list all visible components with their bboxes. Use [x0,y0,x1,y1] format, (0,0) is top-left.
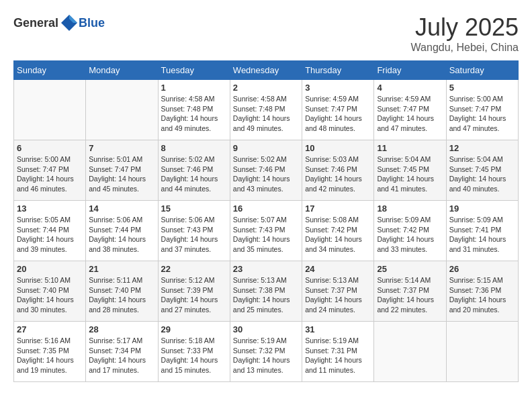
calendar-cell: 14Sunrise: 5:06 AMSunset: 7:44 PMDayligh… [86,201,158,261]
day-info: Sunrise: 5:18 AMSunset: 7:33 PMDaylight:… [161,336,227,375]
weekday-thursday: Thursday [302,61,374,80]
weekday-monday: Monday [86,61,158,80]
calendar-cell: 24Sunrise: 5:13 AMSunset: 7:37 PMDayligh… [302,261,374,322]
calendar-cell: 5Sunrise: 5:00 AMSunset: 7:47 PMDaylight… [446,80,518,140]
day-number: 4 [377,83,443,93]
calendar-cell: 28Sunrise: 5:17 AMSunset: 7:34 PMDayligh… [86,322,158,382]
title-block: July 2025 Wangdu, Hebei, China [411,13,519,54]
weekday-wednesday: Wednesday [230,61,302,80]
calendar-cell: 17Sunrise: 5:08 AMSunset: 7:42 PMDayligh… [302,201,374,261]
day-number: 12 [449,143,515,153]
day-info: Sunrise: 4:58 AMSunset: 7:48 PMDaylight:… [233,94,299,134]
day-number: 31 [305,324,371,334]
day-number: 9 [233,143,299,153]
calendar-cell: 6Sunrise: 5:00 AMSunset: 7:47 PMDaylight… [14,140,86,201]
day-info: Sunrise: 5:15 AMSunset: 7:36 PMDaylight:… [449,275,515,315]
day-info: Sunrise: 5:01 AMSunset: 7:47 PMDaylight:… [89,154,154,194]
calendar-cell: 18Sunrise: 5:09 AMSunset: 7:42 PMDayligh… [374,201,446,261]
calendar-cell: 20Sunrise: 5:10 AMSunset: 7:40 PMDayligh… [14,261,86,322]
day-info: Sunrise: 5:13 AMSunset: 7:38 PMDaylight:… [233,275,299,315]
logo: General Blue [13,13,105,32]
day-number: 2 [233,83,299,93]
day-number: 16 [233,203,299,214]
day-number: 5 [449,83,515,93]
day-number: 13 [17,203,83,214]
calendar-cell: 16Sunrise: 5:07 AMSunset: 7:43 PMDayligh… [230,201,302,261]
calendar-cell: 1Sunrise: 4:58 AMSunset: 7:48 PMDaylight… [158,80,230,140]
calendar-cell: 12Sunrise: 5:04 AMSunset: 7:45 PMDayligh… [446,140,518,201]
calendar-table: SundayMondayTuesdayWednesdayThursdayFrid… [13,60,519,382]
calendar-cell: 22Sunrise: 5:12 AMSunset: 7:39 PMDayligh… [158,261,230,322]
calendar-cell: 29Sunrise: 5:18 AMSunset: 7:33 PMDayligh… [158,322,230,382]
calendar-cell [14,80,86,140]
day-info: Sunrise: 5:09 AMSunset: 7:41 PMDaylight:… [449,215,515,255]
weekday-friday: Friday [374,61,446,80]
day-info: Sunrise: 5:12 AMSunset: 7:39 PMDaylight:… [161,275,227,315]
day-number: 30 [233,324,299,334]
day-number: 19 [449,203,515,214]
weekday-saturday: Saturday [446,61,518,80]
day-info: Sunrise: 5:10 AMSunset: 7:40 PMDaylight:… [17,275,83,315]
day-number: 22 [161,264,227,274]
day-number: 17 [305,203,371,214]
day-info: Sunrise: 5:11 AMSunset: 7:40 PMDaylight:… [89,275,154,315]
day-info: Sunrise: 5:00 AMSunset: 7:47 PMDaylight:… [17,154,83,194]
day-number: 1 [161,83,227,93]
day-number: 7 [89,143,154,153]
month-year: July 2025 [411,13,519,42]
day-number: 14 [89,203,154,214]
calendar-cell: 7Sunrise: 5:01 AMSunset: 7:47 PMDaylight… [86,140,158,201]
calendar-cell: 23Sunrise: 5:13 AMSunset: 7:38 PMDayligh… [230,261,302,322]
day-info: Sunrise: 5:09 AMSunset: 7:42 PMDaylight:… [377,215,443,255]
day-info: Sunrise: 5:19 AMSunset: 7:31 PMDaylight:… [305,336,371,375]
calendar-cell: 10Sunrise: 5:03 AMSunset: 7:46 PMDayligh… [302,140,374,201]
day-info: Sunrise: 5:05 AMSunset: 7:44 PMDaylight:… [17,215,83,255]
day-number: 28 [89,324,154,334]
day-info: Sunrise: 4:59 AMSunset: 7:47 PMDaylight:… [305,94,371,134]
day-number: 10 [305,143,371,153]
calendar-week-1: 1Sunrise: 4:58 AMSunset: 7:48 PMDaylight… [14,80,519,140]
day-number: 6 [17,143,83,153]
calendar-cell: 4Sunrise: 4:59 AMSunset: 7:47 PMDaylight… [374,80,446,140]
day-info: Sunrise: 4:58 AMSunset: 7:48 PMDaylight:… [161,94,227,134]
day-number: 18 [377,203,443,214]
calendar-cell: 3Sunrise: 4:59 AMSunset: 7:47 PMDaylight… [302,80,374,140]
day-number: 3 [305,83,371,93]
calendar-cell: 30Sunrise: 5:19 AMSunset: 7:32 PMDayligh… [230,322,302,382]
day-info: Sunrise: 5:16 AMSunset: 7:35 PMDaylight:… [17,336,83,375]
day-number: 27 [17,324,83,334]
day-number: 11 [377,143,443,153]
day-number: 15 [161,203,227,214]
logo-icon [60,13,79,32]
calendar-cell [446,322,518,382]
calendar-body: 1Sunrise: 4:58 AMSunset: 7:48 PMDaylight… [14,80,519,382]
calendar-cell [86,80,158,140]
page-header: General Blue July 2025 Wangdu, Hebei, Ch… [13,13,519,54]
calendar-cell: 11Sunrise: 5:04 AMSunset: 7:45 PMDayligh… [374,140,446,201]
day-info: Sunrise: 5:07 AMSunset: 7:43 PMDaylight:… [233,215,299,255]
calendar-week-4: 20Sunrise: 5:10 AMSunset: 7:40 PMDayligh… [14,261,519,322]
calendar-week-2: 6Sunrise: 5:00 AMSunset: 7:47 PMDaylight… [14,140,519,201]
day-info: Sunrise: 5:17 AMSunset: 7:34 PMDaylight:… [89,336,154,375]
calendar-week-5: 27Sunrise: 5:16 AMSunset: 7:35 PMDayligh… [14,322,519,382]
day-number: 20 [17,264,83,274]
day-info: Sunrise: 5:04 AMSunset: 7:45 PMDaylight:… [449,154,515,194]
day-info: Sunrise: 5:06 AMSunset: 7:43 PMDaylight:… [161,215,227,255]
day-info: Sunrise: 5:14 AMSunset: 7:37 PMDaylight:… [377,275,443,315]
calendar-cell: 21Sunrise: 5:11 AMSunset: 7:40 PMDayligh… [86,261,158,322]
calendar-cell: 13Sunrise: 5:05 AMSunset: 7:44 PMDayligh… [14,201,86,261]
day-number: 26 [449,264,515,274]
weekday-tuesday: Tuesday [158,61,230,80]
calendar-cell: 27Sunrise: 5:16 AMSunset: 7:35 PMDayligh… [14,322,86,382]
weekday-header-row: SundayMondayTuesdayWednesdayThursdayFrid… [14,61,519,80]
day-number: 23 [233,264,299,274]
day-number: 21 [89,264,154,274]
location: Wangdu, Hebei, China [411,42,519,54]
day-info: Sunrise: 5:08 AMSunset: 7:42 PMDaylight:… [305,215,371,255]
calendar-cell [374,322,446,382]
day-info: Sunrise: 4:59 AMSunset: 7:47 PMDaylight:… [377,94,443,134]
day-number: 25 [377,264,443,274]
day-number: 24 [305,264,371,274]
calendar-week-3: 13Sunrise: 5:05 AMSunset: 7:44 PMDayligh… [14,201,519,261]
calendar-cell: 31Sunrise: 5:19 AMSunset: 7:31 PMDayligh… [302,322,374,382]
